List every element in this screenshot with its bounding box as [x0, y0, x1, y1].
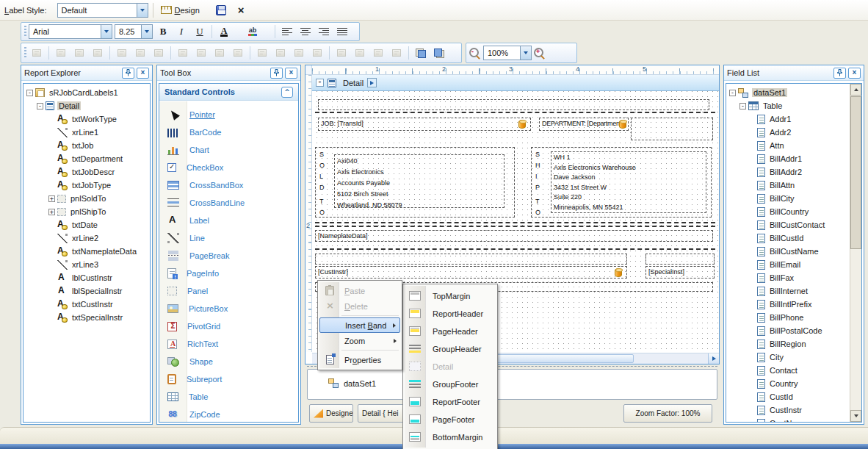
label-style-combo[interactable]: Default [57, 3, 148, 18]
field-item[interactable]: BillIntlPrefix [726, 298, 861, 311]
tray-item-dataset[interactable]: dataSet1 [328, 378, 376, 388]
field-item[interactable]: BillCountry [726, 205, 861, 218]
italic-button[interactable]: I [173, 24, 189, 39]
tree-item[interactable]: txtSpecialInstr [23, 311, 150, 324]
horizontal-ruler[interactable]: 12345 [312, 65, 719, 75]
chevron-down-icon[interactable] [141, 25, 152, 38]
scroll-down-icon[interactable] [850, 410, 861, 422]
align-center-button[interactable] [297, 24, 314, 39]
toolbox-item[interactable]: Table [159, 388, 298, 406]
field-item[interactable]: Contact [726, 364, 861, 377]
toolbox-item[interactable]: CrossBandBox [159, 176, 298, 194]
chevron-down-icon[interactable] [520, 46, 531, 60]
chevron-down-icon[interactable] [101, 25, 112, 38]
layout-button[interactable] [151, 45, 167, 61]
tree-expander-icon[interactable] [48, 195, 55, 202]
toolbox-item[interactable]: Line [159, 229, 298, 247]
submenu-item[interactable]: ReportHeader [405, 305, 496, 323]
control-txtworktype[interactable] [318, 99, 709, 110]
field-list-scrollbar[interactable] [850, 84, 861, 422]
tree-expander-icon[interactable] [48, 209, 55, 215]
tree-item[interactable]: pnlSoldTo [23, 192, 150, 205]
field-item[interactable]: BillPostalCode [726, 324, 861, 337]
field-item[interactable]: BillFax [726, 271, 861, 284]
zoom-in-button[interactable] [534, 47, 546, 59]
control-txtdepartment[interactable]: DEPARTMENT: [Department] [539, 118, 629, 131]
close-icon[interactable]: × [848, 68, 861, 79]
tree-item[interactable]: lblCustInstr [23, 271, 150, 284]
tree-expander-icon[interactable] [26, 90, 33, 96]
layout-button[interactable] [132, 45, 148, 61]
tree-item[interactable]: txtDepartment [23, 152, 150, 165]
field-item[interactable]: CustId [726, 390, 861, 403]
align-left-button[interactable] [279, 24, 295, 39]
field-item[interactable]: CustInstr [726, 403, 861, 417]
font-name-combo[interactable]: Arial [29, 24, 112, 39]
underline-button[interactable]: U [192, 24, 208, 39]
field-item[interactable]: BillPhone [726, 311, 861, 324]
tree-item[interactable]: txtCustInstr [23, 298, 150, 311]
layout-button[interactable] [53, 45, 69, 61]
detail-band-header[interactable]: Detail [312, 75, 719, 91]
layout-button[interactable] [230, 45, 246, 61]
toolbox-item[interactable]: RichText [159, 335, 298, 353]
scroll-right-icon[interactable] [708, 353, 719, 364]
sold-to-address[interactable]: Axi040Axls ElectronicsAccounts Payable51… [334, 154, 504, 208]
highlight-button[interactable]: ab [245, 24, 261, 39]
design-button[interactable]: Design [158, 4, 203, 16]
toolbox-item[interactable]: CrossBandLine [159, 194, 298, 212]
font-color-dropdown[interactable] [234, 25, 242, 38]
submenu-item[interactable]: TopMargin [405, 287, 496, 305]
control-xrline3[interactable] [315, 248, 715, 250]
control-txtspecialinstr[interactable]: [SpecialInst] [645, 266, 715, 279]
control-xrline2[interactable] [315, 222, 715, 223]
font-size-combo[interactable]: 8.25 [115, 24, 153, 39]
toolbox-item[interactable]: Label [159, 212, 298, 229]
toolbox-item[interactable]: Subreport [159, 370, 298, 388]
submenu-item[interactable]: PageHeader [405, 323, 496, 340]
scroll-up-icon[interactable] [850, 84, 861, 96]
tree-item-dataset[interactable]: dataSet1 [726, 86, 861, 99]
band-collapse-icon[interactable] [316, 79, 324, 87]
control-lblcustinstr[interactable]: CUSTOMER INSTRUCTIONS: [315, 254, 627, 265]
field-item[interactable]: BillAttn [726, 179, 861, 192]
submenu-item[interactable]: GroupHeader [405, 340, 496, 358]
tree-item[interactable]: txtJobType [23, 179, 150, 192]
tree-expander-icon[interactable] [37, 103, 43, 109]
toolbox-item[interactable]: Panel [159, 282, 298, 300]
toolbox-item[interactable]: PageBreak [159, 247, 298, 265]
field-item[interactable]: Addr2 [726, 126, 861, 139]
control-txtcustinstr[interactable]: [CustInstr] [315, 266, 627, 279]
tree-item[interactable]: txtDate [23, 218, 150, 231]
tree-item[interactable]: txtNameplateData [23, 245, 150, 258]
toolbox-item[interactable]: Pointer [159, 106, 298, 123]
designer-tab[interactable]: Designer [309, 404, 353, 423]
tree-item[interactable]: xrLine3 [23, 258, 150, 271]
toolbox-item[interactable]: PictureBox [159, 300, 298, 317]
toolbox-item[interactable]: ZipCode [159, 406, 298, 423]
tree-item[interactable]: lblSpecialInstr [23, 284, 150, 298]
pin-icon[interactable] [270, 68, 283, 79]
layout-button[interactable] [254, 45, 270, 61]
field-item[interactable]: Country [726, 377, 861, 390]
chevron-up-icon[interactable]: ^ [281, 87, 293, 98]
control-lblspecialinstr[interactable]: SPECIAL INSTRUCTIONS: [645, 254, 715, 265]
tree-item[interactable]: xrLine2 [23, 231, 150, 245]
menu-item-insert-band[interactable]: Insert Band [319, 317, 400, 333]
layout-button[interactable] [352, 45, 368, 61]
pin-icon[interactable] [833, 68, 846, 79]
font-color-button[interactable]: A [216, 24, 232, 39]
tree-item-table[interactable]: Table [726, 99, 861, 112]
layout-button[interactable] [90, 45, 106, 61]
toolbox-item[interactable]: PageInfo [159, 265, 298, 282]
scrollbar-thumb[interactable] [850, 96, 861, 249]
field-item[interactable]: BillEmail [726, 258, 861, 271]
control-pnlsoldto[interactable]: SOLDTO Axi040Axls ElectronicsAccounts Pa… [315, 147, 515, 218]
field-item[interactable]: Attn [726, 139, 861, 152]
tree-item-detail-band[interactable]: Detail [23, 99, 150, 112]
highlight-dropdown[interactable] [263, 25, 271, 38]
tree-item[interactable]: pnlShipTo [23, 205, 150, 218]
menu-item-paste[interactable]: Paste [319, 283, 400, 298]
field-item[interactable]: Addr1 [726, 112, 861, 126]
control-txtjob[interactable]: JOB: [TransId] [318, 118, 531, 131]
